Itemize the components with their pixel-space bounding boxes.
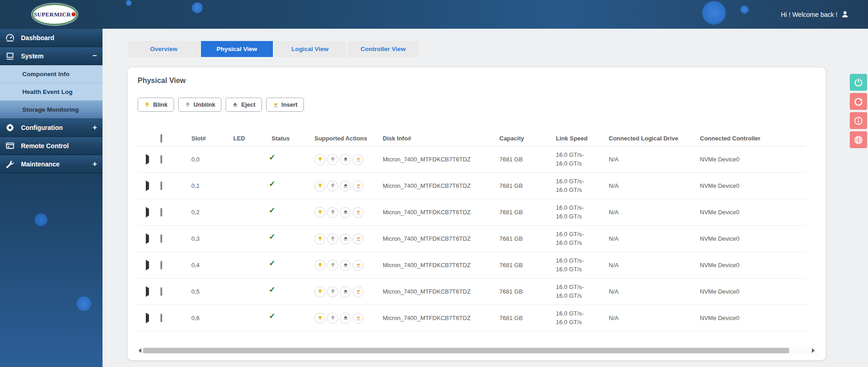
tab-controller-view[interactable]: Controller View [347, 41, 420, 57]
eject-action-icon[interactable] [340, 260, 351, 271]
supported-actions [314, 233, 383, 244]
insert-action-icon[interactable] [353, 154, 364, 165]
unblink-action-icon[interactable] [327, 286, 338, 297]
capacity-cell: 7681 GB [499, 182, 556, 189]
select-all-checkbox[interactable] [160, 134, 162, 143]
controller-cell: NVMe Device0 [700, 235, 800, 242]
expand-toggle[interactable]: + [92, 160, 97, 169]
sidebar-item-label: Component Info [22, 71, 69, 78]
logical-drive-cell: N/A [609, 288, 700, 295]
row-checkbox[interactable] [160, 314, 162, 322]
scrollbar-thumb[interactable] [143, 348, 789, 353]
insert-action-icon[interactable] [353, 181, 364, 191]
table-row: 0,2 ✓ Micron_7400_MTFDKCB7T6TDZ [138, 199, 806, 226]
quick-actions [850, 74, 867, 148]
link-speed-line1: 16.0 GT/s- [556, 151, 609, 160]
row-checkbox[interactable] [160, 208, 162, 217]
tab-physical-view[interactable]: Physical View [201, 41, 274, 57]
user-icon[interactable] [841, 10, 849, 18]
sidebar-item-system[interactable]: System − [0, 47, 103, 65]
decor-bubble [192, 2, 203, 13]
sidebar-item-component-info[interactable]: Component Info [0, 65, 103, 83]
blink-action-icon[interactable] [314, 286, 325, 297]
language-button[interactable] [850, 131, 867, 148]
unblink-action-icon[interactable] [327, 207, 338, 218]
insert-action-icon[interactable] [353, 233, 364, 244]
row-checkbox[interactable] [160, 287, 162, 296]
scroll-left-arrow-icon[interactable] [139, 348, 141, 353]
sidebar-item-storage-monitoring[interactable]: Storage Monitoring [0, 101, 103, 119]
link-speed-line2: 16.0 GT/s [556, 186, 609, 195]
insert-action-icon[interactable] [353, 313, 364, 324]
link-speed-line2: 16.0 GT/s [556, 212, 609, 221]
link-speed-line1: 16.0 GT/s- [556, 177, 609, 186]
capacity-cell: 7681 GB [499, 156, 556, 163]
blink-action-icon[interactable] [314, 207, 325, 218]
tab-overview[interactable]: Overview [128, 41, 201, 57]
blink-action-icon[interactable] [314, 313, 325, 324]
table-row: 0,4 ✓ Micron_7400_MTFDKCB7T6TDZ [138, 252, 806, 279]
row-checkbox[interactable] [160, 181, 162, 190]
blink-button[interactable]: Blink [138, 98, 174, 112]
row-expand-arrow-icon[interactable] [146, 286, 149, 297]
top-header: SUPERMICR Hi ! Welcome back ! [0, 0, 868, 29]
row-expand-arrow-icon[interactable] [146, 260, 149, 270]
scroll-right-arrow-icon[interactable] [812, 348, 815, 353]
link-speed-line1: 16.0 GT/s- [556, 310, 609, 318]
eject-action-icon[interactable] [340, 181, 351, 191]
sidebar-item-remote-control[interactable]: Remote Control [0, 137, 103, 155]
view-tabs: Overview Physical View Logical View Cont… [128, 41, 419, 57]
eject-action-icon[interactable] [340, 207, 351, 218]
controller-cell: NVMe Device0 [700, 262, 800, 269]
insert-action-icon[interactable] [353, 286, 364, 297]
decor-bubble [740, 5, 749, 14]
eject-action-icon[interactable] [340, 154, 351, 165]
col-disk-info: Disk Info# [383, 135, 499, 142]
row-expand-arrow-icon[interactable] [146, 181, 149, 191]
row-checkbox[interactable] [160, 234, 162, 243]
horizontal-scrollbar[interactable] [137, 347, 817, 354]
unblink-button[interactable]: Unblink [178, 98, 222, 112]
unblink-action-icon[interactable] [327, 313, 338, 324]
collapse-toggle[interactable]: − [92, 52, 97, 61]
physical-view-panel: Physical View Blink Unblink [128, 67, 826, 360]
row-expand-arrow-icon[interactable] [146, 233, 149, 244]
supermicro-logo[interactable]: SUPERMICR [32, 4, 77, 25]
blink-action-icon[interactable] [314, 154, 325, 165]
reset-button[interactable] [850, 93, 867, 110]
info-icon [853, 116, 863, 126]
sidebar-item-configuration[interactable]: Configuration + [0, 119, 103, 137]
row-expand-arrow-icon[interactable] [146, 313, 149, 323]
expand-toggle[interactable]: + [92, 123, 97, 132]
welcome-area: Hi ! Welcome back ! [781, 0, 849, 29]
eject-action-icon[interactable] [340, 286, 351, 297]
unblink-action-icon[interactable] [327, 154, 338, 165]
insert-button[interactable]: Insert [266, 98, 304, 112]
disk-info-cell: Micron_7400_MTFDKCB7T6TDZ [383, 235, 499, 242]
eject-button[interactable]: Eject [226, 98, 262, 112]
row-checkbox[interactable] [160, 155, 162, 164]
info-button[interactable] [850, 112, 867, 129]
blink-action-icon[interactable] [314, 233, 325, 244]
unblink-action-icon[interactable] [327, 260, 338, 271]
eject-action-icon[interactable] [340, 233, 351, 244]
power-button[interactable] [850, 74, 867, 91]
unblink-action-icon[interactable] [327, 233, 338, 244]
blink-action-icon[interactable] [314, 260, 325, 271]
sidebar-item-maintenance[interactable]: Maintenance + [0, 155, 103, 173]
blink-action-icon[interactable] [314, 181, 325, 191]
insert-action-icon[interactable] [353, 207, 364, 218]
insert-action-icon[interactable] [353, 260, 364, 271]
sidebar-item-dashboard[interactable]: Dashboard [0, 29, 103, 47]
unblink-action-icon[interactable] [327, 181, 338, 191]
eject-action-icon[interactable] [340, 313, 351, 324]
gauge-icon [5, 32, 15, 43]
col-connected-controller: Connected Controller [700, 135, 800, 142]
tab-logical-view[interactable]: Logical View [274, 41, 347, 57]
welcome-text: Hi ! Welcome back ! [781, 11, 837, 18]
table-row: 0,1 ✓ Micron_7400_MTFDKCB7T6TDZ [138, 173, 806, 199]
row-expand-arrow-icon[interactable] [146, 207, 149, 217]
sidebar-item-health-event-log[interactable]: Health Event Log [0, 83, 103, 101]
row-checkbox[interactable] [160, 261, 162, 269]
row-expand-arrow-icon[interactable] [146, 154, 149, 165]
